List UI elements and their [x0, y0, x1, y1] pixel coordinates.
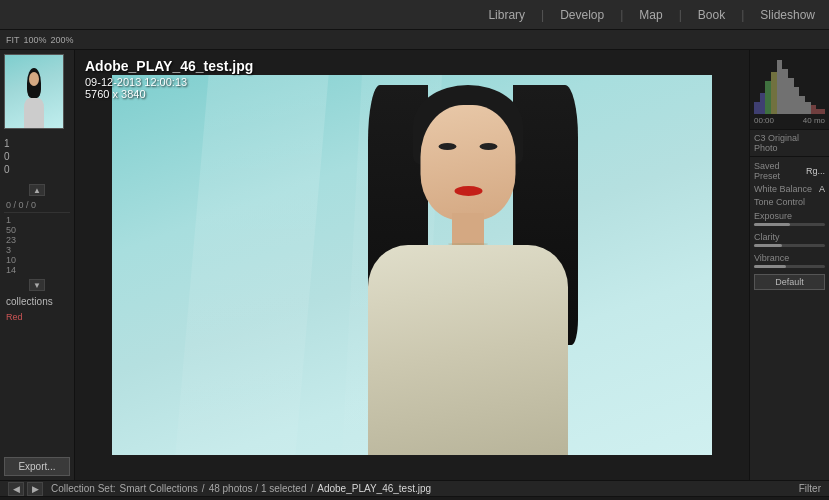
- histogram-row-3: 0: [4, 163, 70, 176]
- original-photo-label: C3 Original Photo: [750, 130, 829, 157]
- nav-develop[interactable]: Develop: [556, 6, 608, 24]
- sweater: [368, 245, 568, 455]
- nav-sep-1: |: [537, 6, 548, 24]
- lips: [454, 186, 482, 196]
- clarity-slider[interactable]: [754, 244, 825, 247]
- histogram-section: 1 0 0: [4, 137, 70, 176]
- nav-sep-4: |: [737, 6, 748, 24]
- nav-sep-3: |: [675, 6, 686, 24]
- vibrance-slider[interactable]: [754, 265, 825, 268]
- toolbar: FIT 100% 200%: [0, 30, 829, 50]
- fit-button[interactable]: FIT: [6, 35, 20, 45]
- thumbnail-image: [5, 55, 63, 128]
- breadcrumb: Collection Set: Smart Collections / 48 p…: [51, 483, 431, 494]
- collection-set-label: Collection Set:: [51, 483, 115, 494]
- default-button[interactable]: Default: [754, 274, 825, 290]
- hist-val-1: 1: [4, 138, 10, 149]
- collections-label: collections: [4, 293, 70, 310]
- nav-library[interactable]: Library: [484, 6, 529, 24]
- hist-time-end: 40 mo: [803, 116, 825, 125]
- hist-time-start: 00:00: [754, 116, 774, 125]
- clarity-label: Clarity: [754, 232, 825, 242]
- nav-sep-2: |: [616, 6, 627, 24]
- next-button[interactable]: ▶: [27, 482, 43, 496]
- histogram-canvas: [754, 54, 825, 114]
- photo-subject: [328, 75, 608, 455]
- histogram-times: 00:00 40 mo: [754, 116, 825, 125]
- smart-collections-label[interactable]: Smart Collections: [119, 483, 197, 494]
- export-button[interactable]: Export...: [4, 457, 70, 476]
- filter-button[interactable]: Filter: [799, 483, 821, 494]
- white-balance-label: White Balance: [754, 184, 812, 194]
- main-thumbnail[interactable]: [4, 54, 64, 129]
- image-datetime: 09-12-2013 12:00:13: [85, 76, 253, 88]
- exposure-slider[interactable]: [754, 223, 825, 226]
- red-label: Red: [4, 310, 70, 324]
- left-panel: 1 0 0 ▲ 0 / 0 / 0 1 50 23 3 10 14 ▼ co: [0, 50, 75, 480]
- thumbnail-strip: [0, 50, 74, 133]
- tone-control-label: Tone Control: [754, 197, 825, 207]
- white-balance-value: A: [819, 184, 825, 194]
- photo-count-label: 48 photos / 1 selected: [209, 483, 307, 494]
- histogram-row-1: 1: [4, 137, 70, 150]
- hist-bar-12: [816, 109, 825, 114]
- strip-info-bar: ◀ ▶ Collection Set: Smart Collections / …: [0, 481, 829, 497]
- histogram-area: 00:00 40 mo: [750, 50, 829, 130]
- image-dimensions: 5760 x 3840: [85, 88, 253, 100]
- scroll-up-button[interactable]: ▲: [29, 184, 45, 196]
- center-panel: Adobe_PLAY_46_test.jpg 09-12-2013 12:00:…: [75, 50, 749, 480]
- necklace: [448, 243, 488, 245]
- main-image-container: [75, 50, 749, 480]
- zoom-200-button[interactable]: 200%: [51, 35, 74, 45]
- prev-button[interactable]: ◀: [8, 482, 24, 496]
- right-panel: 00:00 40 mo C3 Original Photo Saved Pres…: [749, 50, 829, 480]
- face: [421, 105, 516, 220]
- main-image: [112, 75, 712, 455]
- bottom-strip: ◀ ▶ Collection Set: Smart Collections / …: [0, 480, 829, 500]
- saved-preset-value: Rg...: [806, 166, 825, 176]
- vibrance-fill: [754, 265, 786, 268]
- breadcrumb-sep: /: [202, 483, 205, 494]
- clarity-fill: [754, 244, 782, 247]
- nav-slideshow[interactable]: Slideshow: [756, 6, 819, 24]
- image-info: Adobe_PLAY_46_test.jpg 09-12-2013 12:00:…: [85, 58, 253, 100]
- hist-val-2: 0: [4, 151, 10, 162]
- saved-preset-section: Saved Preset Rg... White Balance A Tone …: [750, 157, 829, 294]
- left-lower-panel: 1 0 0 ▲ 0 / 0 / 0 1 50 23 3 10 14 ▼ co: [0, 133, 74, 453]
- nav-arrows: ◀ ▶: [8, 482, 43, 496]
- eye-left: [439, 143, 457, 150]
- nav-map[interactable]: Map: [635, 6, 666, 24]
- image-filename: Adobe_PLAY_46_test.jpg: [85, 58, 253, 74]
- saved-preset-label: Saved Preset: [754, 161, 806, 181]
- main-layout: 1 0 0 ▲ 0 / 0 / 0 1 50 23 3 10 14 ▼ co: [0, 50, 829, 480]
- eye-right: [480, 143, 498, 150]
- scroll-down-button[interactable]: ▼: [29, 279, 45, 291]
- exposure-fill: [754, 223, 790, 226]
- nav-links: Library | Develop | Map | Book | Slidesh…: [484, 6, 819, 24]
- breadcrumb-sep2: /: [310, 483, 313, 494]
- histogram-row-2: 0: [4, 150, 70, 163]
- selected-file-label: Adobe_PLAY_46_test.jpg: [317, 483, 431, 494]
- zoom-100-button[interactable]: 100%: [24, 35, 47, 45]
- exposure-label: Exposure: [754, 211, 825, 221]
- vibrance-label: Vibrance: [754, 253, 825, 263]
- nav-book[interactable]: Book: [694, 6, 729, 24]
- top-navigation: Library | Develop | Map | Book | Slidesh…: [0, 0, 829, 30]
- hist-val-3: 0: [4, 164, 10, 175]
